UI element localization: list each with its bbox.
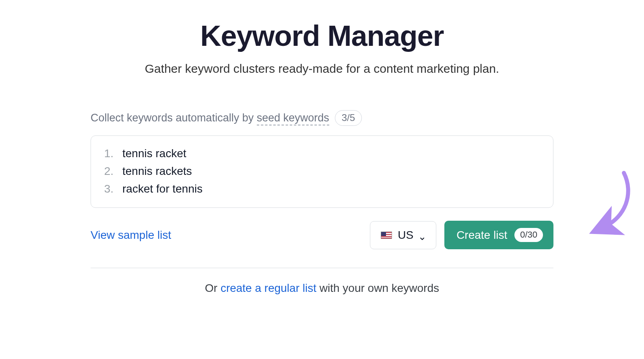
seed-keywords-link[interactable]: seed keywords bbox=[257, 112, 329, 125]
country-label: US bbox=[398, 229, 413, 242]
seed-keywords-input[interactable]: 1. tennis racket 2. tennis rackets 3. ra… bbox=[91, 135, 553, 208]
actions-row: View sample list US Create list 0/30 bbox=[91, 221, 553, 249]
page-title: Keyword Manager bbox=[91, 19, 553, 52]
list-number: 2. bbox=[102, 165, 114, 178]
list-item: 3. racket for tennis bbox=[102, 180, 542, 198]
create-regular-list-link[interactable]: create a regular list bbox=[221, 282, 316, 294]
keyword-text: racket for tennis bbox=[122, 183, 202, 195]
or-suffix: with your own keywords bbox=[316, 282, 439, 294]
create-list-count-badge: 0/30 bbox=[514, 228, 543, 242]
create-list-label: Create list bbox=[456, 229, 507, 242]
us-flag-icon bbox=[381, 232, 392, 239]
collect-label-row: Collect keywords automatically by seed k… bbox=[91, 110, 553, 126]
collect-prefix: Collect keywords automatically by bbox=[91, 112, 257, 124]
keyword-text: tennis racket bbox=[122, 147, 186, 160]
main-container: Keyword Manager Gather keyword clusters … bbox=[91, 0, 553, 295]
seed-count-badge: 3/5 bbox=[335, 110, 362, 126]
collect-label: Collect keywords automatically by seed k… bbox=[91, 112, 329, 124]
page-subtitle: Gather keyword clusters ready-made for a… bbox=[91, 62, 553, 76]
or-prefix: Or bbox=[205, 282, 221, 294]
chevron-down-icon bbox=[419, 232, 425, 238]
annotation-arrow-icon bbox=[555, 169, 632, 237]
create-list-button[interactable]: Create list 0/30 bbox=[444, 221, 553, 249]
divider bbox=[91, 268, 553, 268]
list-item: 2. tennis rackets bbox=[102, 162, 542, 180]
list-number: 1. bbox=[102, 147, 114, 160]
country-select[interactable]: US bbox=[370, 221, 436, 249]
list-number: 3. bbox=[102, 183, 114, 195]
view-sample-list-link[interactable]: View sample list bbox=[91, 229, 171, 242]
keyword-text: tennis rackets bbox=[122, 165, 192, 178]
right-actions: US Create list 0/30 bbox=[370, 221, 553, 249]
alternative-line: Or create a regular list with your own k… bbox=[91, 282, 553, 295]
list-item: 1. tennis racket bbox=[102, 145, 542, 162]
